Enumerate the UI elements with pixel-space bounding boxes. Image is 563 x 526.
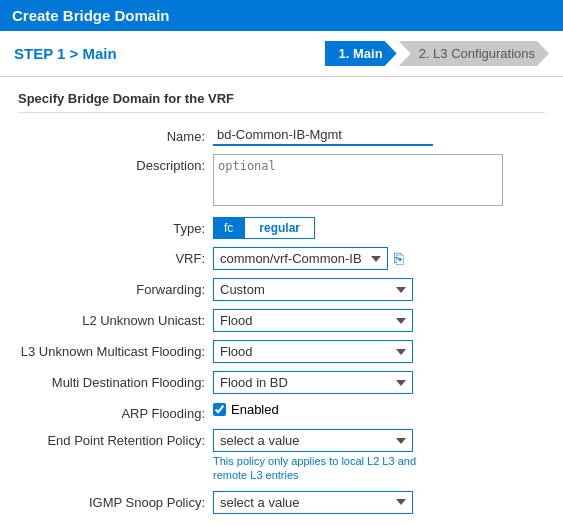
multi-dest-select[interactable]: Flood in BD <box>213 371 413 394</box>
type-fc-button[interactable]: fc <box>213 217 244 239</box>
l2-unicast-select[interactable]: Flood <box>213 309 413 332</box>
name-label: Name: <box>18 125 213 144</box>
type-regular-button[interactable]: regular <box>244 217 315 239</box>
vrf-row: VRF: common/vrf-Common-IB ⎘ <box>18 247 545 270</box>
endpoint-retention-label: End Point Retention Policy: <box>18 429 213 448</box>
igmp-label: IGMP Snoop Policy: <box>18 491 213 510</box>
copy-icon[interactable]: ⎘ <box>394 250 404 268</box>
step-nav: 1. Main 2. L3 Configurations <box>325 41 549 66</box>
type-buttons: fc regular <box>213 217 545 239</box>
description-control <box>213 154 545 209</box>
step-2[interactable]: 2. L3 Configurations <box>399 41 549 66</box>
igmp-row: IGMP Snoop Policy: select a value <box>18 491 545 514</box>
name-control <box>213 125 545 146</box>
section-title: Specify Bridge Domain for the VRF <box>18 91 545 113</box>
l3-multicast-label: L3 Unknown Multicast Flooding: <box>18 340 213 359</box>
description-label: Description: <box>18 154 213 173</box>
vrf-select[interactable]: common/vrf-Common-IB <box>213 247 388 270</box>
igmp-select[interactable]: select a value <box>213 491 413 514</box>
l2-unicast-control: Flood <box>213 309 545 332</box>
name-row: Name: <box>18 125 545 146</box>
vrf-select-row: common/vrf-Common-IB ⎘ <box>213 247 545 270</box>
endpoint-retention-row: End Point Retention Policy: select a val… <box>18 429 545 483</box>
endpoint-retention-select[interactable]: select a value <box>213 429 413 452</box>
arp-enabled-label: Enabled <box>231 402 279 417</box>
l3-multicast-select[interactable]: Flood <box>213 340 413 363</box>
multi-dest-row: Multi Destination Flooding: Flood in BD <box>18 371 545 394</box>
description-input[interactable] <box>213 154 503 206</box>
endpoint-hint: This policy only applies to local L2 L3 … <box>213 454 433 483</box>
forwarding-select[interactable]: Custom <box>213 278 413 301</box>
forwarding-control: Custom <box>213 278 545 301</box>
arp-row: ARP Flooding: Enabled <box>18 402 545 421</box>
page-title: Create Bridge Domain <box>12 7 170 24</box>
title-bar: Create Bridge Domain <box>0 0 563 31</box>
type-label: Type: <box>18 217 213 236</box>
l3-multicast-row: L3 Unknown Multicast Flooding: Flood <box>18 340 545 363</box>
forwarding-label: Forwarding: <box>18 278 213 297</box>
igmp-control: select a value <box>213 491 545 514</box>
name-input[interactable] <box>213 125 433 146</box>
type-row: Type: fc regular <box>18 217 545 239</box>
endpoint-retention-control: select a value This policy only applies … <box>213 429 545 483</box>
type-control: fc regular <box>213 217 545 239</box>
l2-unicast-row: L2 Unknown Unicast: Flood <box>18 309 545 332</box>
l3-multicast-control: Flood <box>213 340 545 363</box>
arp-checkbox-row: Enabled <box>213 402 545 417</box>
step-bar: STEP 1 > Main 1. Main 2. L3 Configuratio… <box>0 31 563 77</box>
vrf-control: common/vrf-Common-IB ⎘ <box>213 247 545 270</box>
forwarding-row: Forwarding: Custom <box>18 278 545 301</box>
content-area: Specify Bridge Domain for the VRF Name: … <box>0 77 563 526</box>
vrf-label: VRF: <box>18 247 213 266</box>
arp-control: Enabled <box>213 402 545 417</box>
multi-dest-control: Flood in BD <box>213 371 545 394</box>
arp-checkbox[interactable] <box>213 403 226 416</box>
multi-dest-label: Multi Destination Flooding: <box>18 371 213 390</box>
step-title: STEP 1 > Main <box>14 45 117 62</box>
step-1[interactable]: 1. Main <box>325 41 397 66</box>
arp-label: ARP Flooding: <box>18 402 213 421</box>
l2-unicast-label: L2 Unknown Unicast: <box>18 309 213 328</box>
description-row: Description: <box>18 154 545 209</box>
